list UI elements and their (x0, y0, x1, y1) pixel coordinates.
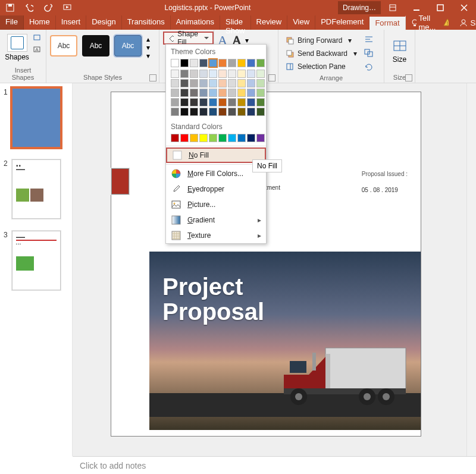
shade-swatch[interactable] (218, 79, 227, 87)
shade-swatch[interactable] (256, 98, 265, 106)
vertical-scrollbar[interactable] (466, 83, 476, 456)
standard-swatch[interactable] (218, 134, 227, 142)
shade-swatch[interactable] (218, 89, 227, 97)
tab-pdfelement[interactable]: PDFelement (315, 15, 369, 30)
bring-forward-button[interactable]: Bring Forward▾ (282, 34, 361, 47)
standard-swatch[interactable] (180, 134, 189, 142)
standard-swatch[interactable] (209, 134, 217, 142)
shade-swatch[interactable] (171, 89, 179, 97)
shade-swatch[interactable] (190, 79, 198, 87)
thumb-slide-1[interactable]: 1 (4, 88, 68, 147)
tab-home[interactable]: Home (24, 15, 56, 30)
shade-swatch[interactable] (171, 70, 179, 78)
thumb-slide-3[interactable]: 3 ▬▬▬▪ ▪ ▪ (4, 231, 68, 290)
shade-swatch[interactable] (256, 70, 265, 78)
gradient-fill-item[interactable]: Gradient ▸ (166, 212, 266, 228)
shade-swatch[interactable] (247, 89, 255, 97)
tab-transitions[interactable]: Transitions (122, 15, 171, 30)
shade-swatch[interactable] (237, 98, 246, 106)
shade-swatch[interactable] (247, 108, 255, 116)
shade-swatch[interactable] (190, 89, 198, 97)
theme-swatch[interactable] (199, 59, 208, 67)
shade-swatch[interactable] (199, 70, 208, 78)
styles-scroll-down-icon[interactable]: ▾ (146, 43, 150, 52)
shade-swatch[interactable] (256, 108, 265, 116)
shade-swatch[interactable] (237, 70, 246, 78)
shape-styles-launcher[interactable] (149, 74, 156, 81)
theme-swatch[interactable] (256, 59, 265, 67)
shade-swatch[interactable] (247, 79, 255, 87)
shade-swatch[interactable] (237, 108, 246, 116)
shade-swatch[interactable] (209, 89, 217, 97)
theme-swatch[interactable] (247, 59, 255, 67)
styles-scroll-up-icon[interactable]: ▴ (146, 35, 150, 43)
shade-swatch[interactable] (209, 79, 217, 87)
theme-swatch[interactable] (190, 59, 198, 67)
theme-swatch[interactable] (237, 59, 246, 67)
shape-style-3[interactable]: Abc (114, 35, 142, 56)
close-icon[interactable] (452, 0, 476, 15)
standard-swatch[interactable] (228, 134, 236, 142)
styles-more-icon[interactable]: ▾ (146, 52, 150, 60)
shade-swatch[interactable] (199, 98, 208, 106)
shade-swatch[interactable] (237, 79, 246, 87)
eyedropper-item[interactable]: Eyedropper (166, 181, 266, 197)
wordart-more-icon[interactable]: ▾ (245, 36, 249, 45)
theme-swatch[interactable] (171, 59, 179, 67)
contextual-tab-drawing[interactable]: Drawing… (338, 1, 381, 14)
more-fill-colors-item[interactable]: More Fill Colors... (166, 166, 266, 181)
standard-swatch[interactable] (199, 134, 208, 142)
theme-swatch[interactable] (218, 59, 227, 67)
tab-review[interactable]: Review (251, 15, 288, 30)
tell-me[interactable]: Tell me... ! (406, 15, 454, 30)
slide-canvas[interactable]: Proposal Issued : 05 . 08 . 2019 arks De… (73, 83, 476, 456)
shade-swatch[interactable] (209, 98, 217, 106)
shade-swatch[interactable] (199, 79, 208, 87)
selected-rectangle-shape[interactable] (111, 168, 129, 194)
ribbon-options-icon[interactable] (381, 0, 405, 15)
shade-swatch[interactable] (171, 108, 179, 116)
shade-swatch[interactable] (180, 108, 189, 116)
send-backward-button[interactable]: Send Backward▾ (282, 47, 361, 60)
redo-icon[interactable] (44, 4, 52, 12)
theme-swatch[interactable] (180, 59, 189, 67)
thumb-slide-2[interactable]: 2 ■ ■▬▬▬ (4, 159, 68, 219)
shade-swatch[interactable] (218, 108, 227, 116)
shade-swatch[interactable] (209, 108, 217, 116)
shade-swatch[interactable] (247, 70, 255, 78)
shape-style-2[interactable]: Abc (82, 35, 109, 56)
tab-design[interactable]: Design (86, 15, 121, 30)
shade-swatch[interactable] (237, 89, 246, 97)
tab-view[interactable]: View (287, 15, 315, 30)
shade-swatch[interactable] (180, 70, 189, 78)
shade-swatch[interactable] (199, 108, 208, 116)
selection-pane-button[interactable]: Selection Pane (282, 60, 361, 73)
shade-swatch[interactable] (228, 98, 236, 106)
picture-fill-item[interactable]: Picture... (166, 197, 266, 212)
shapes-gallery-button[interactable]: Shapes (4, 32, 30, 61)
tab-insert[interactable]: Insert (56, 15, 87, 30)
size-launcher[interactable] (405, 74, 412, 81)
undo-icon[interactable] (25, 4, 33, 12)
theme-swatch[interactable] (209, 59, 217, 67)
shade-swatch[interactable] (218, 70, 227, 78)
shade-swatch[interactable] (247, 98, 255, 106)
share-button[interactable]: Share (453, 15, 476, 30)
shade-swatch[interactable] (256, 89, 265, 97)
standard-swatch[interactable] (247, 134, 255, 142)
tab-format[interactable]: Format (369, 15, 405, 30)
group-icon[interactable] (364, 49, 374, 59)
slide-thumbnails[interactable]: 1 2 ■ ■▬▬▬ 3 ▬▬▬▪ ▪ ▪ (0, 83, 73, 456)
texture-fill-item[interactable]: Texture ▸ (166, 228, 266, 243)
shade-swatch[interactable] (180, 89, 189, 97)
shade-swatch[interactable] (190, 70, 198, 78)
shape-style-1[interactable]: Abc (50, 35, 77, 56)
text-box-icon[interactable]: A (33, 46, 42, 56)
shade-swatch[interactable] (190, 108, 198, 116)
no-fill-item[interactable]: No Fill (166, 147, 266, 163)
tab-animations[interactable]: Animations (171, 15, 220, 30)
standard-swatch[interactable] (256, 134, 265, 142)
tab-file[interactable]: File (0, 15, 24, 30)
standard-swatch[interactable] (237, 134, 246, 142)
shape-fill-button[interactable]: Shape Fill (163, 32, 214, 45)
